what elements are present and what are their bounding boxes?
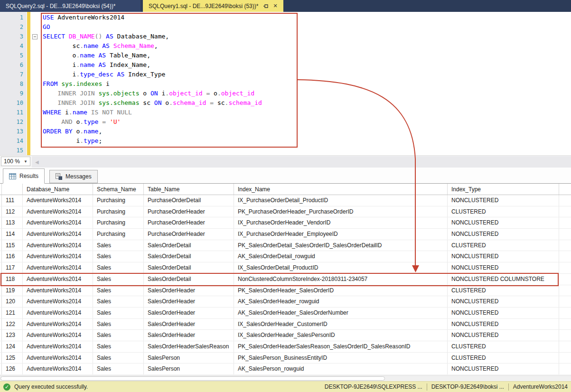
grid-cell[interactable]: PK_SalesOrderDetail_SalesOrderID_SalesOr… — [234, 240, 448, 251]
sql-editor[interactable]: 123456789101112131415 USE AdventureWorks… — [0, 12, 571, 155]
grid-cell[interactable]: SalesOrderDetail — [144, 262, 234, 273]
grid-cell[interactable]: IX_PurchaseOrderHeader_EmployeeID — [234, 229, 448, 240]
code-area[interactable]: USE AdventureWorks2014GOSELECT DB_NAME()… — [43, 13, 262, 155]
grid-cell[interactable]: Purchasing — [93, 229, 144, 240]
grid-cell[interactable]: NONCLUSTERED — [448, 229, 559, 240]
grid-cell[interactable]: PurchaseOrderHeader — [144, 217, 234, 228]
grid-cell[interactable]: CLUSTERED — [448, 285, 559, 296]
grid-cell[interactable]: AdventureWorks2014 — [23, 240, 93, 251]
line-number-gutter[interactable]: 123456789101112131415 — [0, 12, 27, 155]
grid-cell[interactable]: SalesOrderHeader — [144, 308, 234, 318]
grid-cell[interactable]: AdventureWorks2014 — [23, 341, 93, 352]
grid-cell[interactable]: CLUSTERED — [448, 206, 559, 217]
row-number-cell[interactable]: 123 — [1, 330, 23, 341]
grid-cell[interactable]: AK_SalesPerson_rowguid — [234, 364, 448, 374]
grid-cell[interactable]: PK_PurchaseOrderHeader_PurchaseOrderID — [234, 206, 448, 217]
close-icon[interactable]: ✕ — [273, 3, 277, 9]
column-header[interactable]: Table_Name — [144, 184, 234, 195]
row-number-cell[interactable]: 111 — [1, 195, 23, 206]
tab-messages[interactable]: Messages — [49, 170, 98, 183]
zoom-selector[interactable]: 100 % ▼ — [1, 157, 30, 166]
grid-cell[interactable]: NONCLUSTERED — [448, 319, 559, 330]
grid-cell[interactable]: Sales — [93, 330, 144, 341]
grid-cell[interactable]: PurchaseOrderHeader — [144, 229, 234, 240]
grid-cell[interactable]: AK_SalesOrderDetail_rowguid — [234, 251, 448, 262]
grid-cell[interactable]: IX_PurchaseOrderDetail_ProductID — [234, 195, 448, 206]
grid-cell[interactable]: NONCLUSTERED — [448, 262, 559, 273]
grid-cell[interactable]: SalesOrderDetail — [144, 251, 234, 262]
grid-cell[interactable]: AdventureWorks2014 — [23, 206, 93, 217]
grid-cell[interactable]: Purchasing — [93, 206, 144, 217]
grid-cell[interactable]: CLUSTERED — [448, 353, 559, 364]
grid-cell[interactable]: AK_SalesOrderHeader_rowguid — [234, 296, 448, 307]
tab-sqlquery1[interactable]: SQLQuery1.sql - DE...9JE2649\boksi (53))… — [143, 0, 283, 12]
tab-results[interactable]: Results — [3, 168, 45, 184]
grid-cell[interactable]: SalesOrderDetail — [144, 240, 234, 251]
grid-cell[interactable]: NONCLUSTERED — [448, 195, 559, 206]
grid-cell[interactable]: SalesOrderHeader — [144, 296, 234, 307]
grid-cell[interactable]: AdventureWorks2014 — [23, 262, 93, 273]
row-number-cell[interactable]: 120 — [1, 296, 23, 307]
grid-cell[interactable]: AdventureWorks2014 — [23, 364, 93, 374]
row-number-cell[interactable]: 126 — [1, 364, 23, 374]
row-number-cell[interactable]: 121 — [1, 308, 23, 318]
row-number-cell[interactable]: 115 — [1, 240, 23, 251]
grid-cell[interactable]: NONCLUSTERED — [448, 330, 559, 341]
row-number-cell[interactable]: 125 — [1, 353, 23, 364]
column-header[interactable]: Schema_Name — [93, 184, 144, 195]
grid-cell[interactable]: SalesPerson — [144, 353, 234, 364]
grid-cell[interactable]: NONCLUSTERED — [448, 364, 559, 374]
grid-cell[interactable]: NONCLUSTERED COLUMNSTORE — [448, 274, 559, 285]
grid-cell[interactable]: Sales — [93, 285, 144, 296]
row-number-cell[interactable]: 117 — [1, 262, 23, 273]
grid-cell[interactable]: Purchasing — [93, 217, 144, 228]
row-number-cell[interactable]: 112 — [1, 206, 23, 217]
grid-cell[interactable]: AdventureWorks2014 — [23, 308, 93, 318]
pin-icon[interactable] — [263, 3, 269, 9]
grid-hscrollbar-thumb[interactable] — [0, 376, 385, 381]
grid-cell[interactable]: Sales — [93, 353, 144, 364]
grid-cell[interactable]: SalesPerson — [144, 364, 234, 374]
grid-cell[interactable]: AdventureWorks2014 — [23, 217, 93, 228]
grid-cell[interactable]: SalesOrderHeaderSalesReason — [144, 341, 234, 352]
column-header[interactable]: Index_Name — [234, 184, 448, 195]
row-number-cell[interactable]: 124 — [1, 341, 23, 352]
grid-cell[interactable]: NONCLUSTERED — [448, 251, 559, 262]
grid-cell[interactable]: NONCLUSTERED — [448, 296, 559, 307]
row-number-cell[interactable]: 113 — [1, 217, 23, 228]
grid-cell[interactable]: PK_SalesOrderHeader_SalesOrderID — [234, 285, 448, 296]
grid-cell[interactable]: CLUSTERED — [448, 341, 559, 352]
row-number-cell[interactable]: 114 — [1, 229, 23, 240]
grid-cell[interactable]: AdventureWorks2014 — [23, 274, 93, 285]
grid-cell[interactable]: AdventureWorks2014 — [23, 229, 93, 240]
grid-cell[interactable]: Sales — [93, 319, 144, 330]
grid-cell[interactable]: AdventureWorks2014 — [23, 330, 93, 341]
grid-cell[interactable]: NONCLUSTERED — [448, 308, 559, 318]
grid-cell[interactable]: Sales — [93, 296, 144, 307]
grid-cell[interactable]: AK_SalesOrderHeader_SalesOrderNumber — [234, 308, 448, 318]
grid-cell[interactable]: PK_SalesPerson_BusinessEntityID — [234, 353, 448, 364]
grid-cell[interactable]: NonClusteredColumnStoreIndex-20180311-23… — [234, 274, 448, 285]
grid-cell[interactable]: PK_SalesOrderHeaderSalesReason_SalesOrde… — [234, 341, 448, 352]
grid-cell[interactable]: SalesOrderHeader — [144, 319, 234, 330]
grid-cell[interactable]: IX_SalesOrderDetail_ProductID — [234, 262, 448, 273]
tab-sqlquery2[interactable]: SQLQuery2.sql - DE...9JE2649\boksi (54))… — [0, 0, 140, 12]
grid-cell[interactable]: PurchaseOrderHeader — [144, 206, 234, 217]
grid-cell[interactable]: Sales — [93, 262, 144, 273]
code-fold-toggle-icon[interactable] — [32, 34, 37, 39]
grid-cell[interactable]: SalesOrderDetail — [144, 274, 234, 285]
grid-cell[interactable]: IX_PurchaseOrderHeader_VendorID — [234, 217, 448, 228]
grid-cell[interactable]: SalesOrderHeader — [144, 330, 234, 341]
grid-cell[interactable]: Purchasing — [93, 195, 144, 206]
scroll-left-icon[interactable]: ◀ — [35, 159, 39, 165]
grid-cell[interactable]: Sales — [93, 274, 144, 285]
grid-cell[interactable]: IX_SalesOrderHeader_CustomerID — [234, 319, 448, 330]
grid-cell[interactable]: Sales — [93, 251, 144, 262]
grid-cell[interactable]: NONCLUSTERED — [448, 217, 559, 228]
grid-cell[interactable]: Sales — [93, 341, 144, 352]
row-number-cell[interactable]: 116 — [1, 251, 23, 262]
grid-cell[interactable]: Sales — [93, 240, 144, 251]
grid-cell[interactable]: AdventureWorks2014 — [23, 195, 93, 206]
editor-hscrollbar[interactable]: ◀ — [32, 156, 571, 168]
grid-cell[interactable]: Sales — [93, 364, 144, 374]
